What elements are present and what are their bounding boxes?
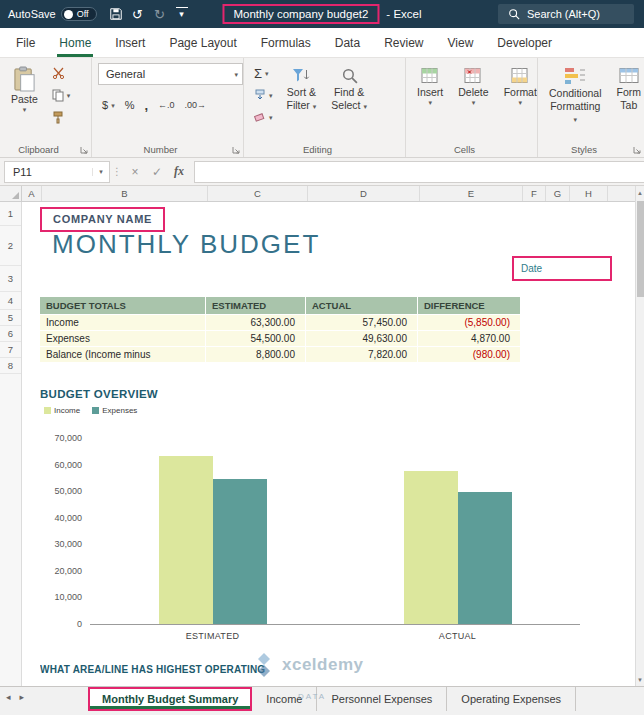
find-select-button[interactable]: Find & Select ▾ [326, 63, 372, 141]
column-header-e[interactable]: E [420, 186, 523, 201]
delete-cells-button[interactable]: Delete ▾ [453, 63, 493, 141]
sheet-tab-operating-expenses[interactable]: Operating Expenses [447, 687, 576, 711]
sheet-main-title[interactable]: MONTHLY BUDGET [52, 229, 320, 260]
column-header-d[interactable]: D [308, 186, 420, 201]
column-header-h[interactable]: H [570, 186, 608, 201]
save-icon[interactable] [105, 3, 127, 25]
row-header-8[interactable]: 8 [0, 358, 21, 374]
dropdown-icon: ▾ [574, 116, 578, 123]
enter-icon[interactable]: ✓ [146, 162, 168, 182]
redo-icon[interactable]: ↻ [149, 3, 171, 25]
difference-value-cell[interactable]: (980.00) [418, 347, 521, 363]
format-as-table-button[interactable]: Form Tab [612, 63, 644, 141]
increase-decimal-button[interactable]: ←.0 [154, 95, 179, 115]
bar-income-actual[interactable] [404, 471, 458, 624]
sheet-nav-right-icon[interactable]: ▸ [20, 692, 25, 702]
actual-value-cell[interactable]: 49,630.00 [306, 331, 418, 347]
number-dialog-launcher[interactable] [232, 146, 240, 154]
fill-button[interactable]: ▾ [250, 85, 277, 105]
comma-style-button[interactable]: , [140, 95, 152, 115]
name-box[interactable]: P11 ▾ [4, 161, 110, 183]
sort-filter-button[interactable]: Sort & Filter ▾ [282, 63, 322, 141]
select-all-corner[interactable] [0, 186, 22, 202]
bar-income-estimated[interactable] [159, 456, 213, 624]
search-box[interactable]: Search (Alt+Q) [498, 4, 634, 24]
menu-tab-formulas[interactable]: Formulas [249, 28, 323, 57]
row-header-1[interactable]: 1 [0, 202, 21, 226]
autosum-button[interactable]: Σ ▾ [250, 63, 277, 83]
grid-canvas[interactable]: COMPANY NAME MONTHLY BUDGET Date BUDGET … [22, 202, 635, 686]
column-header-g[interactable]: G [546, 186, 570, 201]
format-cells-button[interactable]: Format ▾ [499, 63, 538, 141]
budget-chart[interactable]: 70,00060,00050,00040,00030,00020,00010,0… [36, 438, 580, 625]
actual-value-cell[interactable]: 57,450.00 [306, 315, 418, 331]
row-header-6[interactable]: 6 [0, 326, 21, 342]
styles-dialog-launcher[interactable] [633, 146, 641, 154]
name-box-dropdown-icon[interactable]: ▾ [92, 168, 109, 176]
sheet-nav-left-icon[interactable]: ◂ [6, 692, 11, 702]
legend-item-income[interactable]: Income [44, 406, 80, 415]
cut-button[interactable] [48, 63, 75, 83]
row-label-cell[interactable]: Balance (Income minus [40, 347, 206, 363]
row-header-4[interactable]: 4 [0, 292, 21, 310]
quick-access-toolbar-dropdown-icon[interactable]: ▾ [171, 3, 193, 25]
formula-input[interactable] [194, 161, 644, 183]
undo-icon[interactable]: ↺ [127, 3, 149, 25]
decrease-decimal-button[interactable]: .00→ [181, 95, 211, 115]
accounting-format-button[interactable]: $ ▾ [98, 95, 119, 115]
column-header-f[interactable]: F [523, 186, 546, 201]
scroll-up-icon[interactable]: ▲ [637, 186, 643, 199]
clear-button[interactable]: ▾ [250, 107, 277, 127]
date-cell[interactable]: Date [512, 256, 612, 281]
sheet-tab-personnel-expenses[interactable]: Personnel Expenses [317, 687, 447, 711]
budget-table-header-cell[interactable]: ACTUAL [306, 297, 418, 315]
number-format-select[interactable]: General ▾ [98, 63, 243, 85]
scrollbar-thumb[interactable] [637, 201, 644, 297]
column-header-b[interactable]: B [42, 186, 208, 201]
row-header-3[interactable]: 3 [0, 266, 21, 292]
cancel-icon[interactable]: × [124, 162, 146, 182]
conditional-formatting-button[interactable]: Conditional Formatting ▾ [544, 63, 607, 141]
vertical-scrollbar[interactable]: ▲ ▼ [635, 186, 644, 686]
row-label-cell[interactable]: Income [40, 315, 206, 331]
insert-cells-button[interactable]: Insert ▾ [412, 63, 448, 141]
row-header-2[interactable]: 2 [0, 226, 21, 266]
budget-table-header-cell[interactable]: DIFFERENCE [418, 297, 521, 315]
estimated-value-cell[interactable]: 63,300.00 [206, 315, 306, 331]
bar-expenses-estimated[interactable] [213, 479, 267, 624]
clipboard-dialog-launcher[interactable] [80, 146, 88, 154]
menu-tab-review[interactable]: Review [372, 28, 435, 57]
row-header-5[interactable]: 5 [0, 310, 21, 326]
difference-value-cell[interactable]: (5,850.00) [418, 315, 521, 331]
column-header-a[interactable]: A [22, 186, 42, 201]
insert-function-icon[interactable]: fx [168, 162, 190, 182]
row-label-cell[interactable]: Expenses [40, 331, 206, 347]
conditional-formatting-icon [564, 66, 586, 86]
menu-tab-file[interactable]: File [4, 28, 47, 57]
menu-tab-data[interactable]: Data [323, 28, 372, 57]
menu-tab-home[interactable]: Home [47, 28, 103, 57]
autosave-toggle[interactable]: AutoSave Off [8, 7, 97, 21]
legend-item-expenses[interactable]: Expenses [92, 406, 137, 415]
sheet-tab-monthly-budget-summary[interactable]: Monthly Budget Summary [88, 687, 252, 711]
row-header-7[interactable]: 7 [0, 342, 21, 358]
sheet-tab-income[interactable]: Income [252, 687, 317, 711]
paste-button[interactable]: Paste ▾ [6, 63, 43, 141]
actual-value-cell[interactable]: 7,820.00 [306, 347, 418, 363]
bar-expenses-actual[interactable] [458, 492, 512, 624]
column-header-c[interactable]: C [208, 186, 308, 201]
budget-table-header-cell[interactable]: BUDGET TOTALS [40, 297, 206, 315]
estimated-value-cell[interactable]: 8,800.00 [206, 347, 306, 363]
menu-tab-page-layout[interactable]: Page Layout [157, 28, 248, 57]
budget-table-header-cell[interactable]: ESTIMATED [206, 297, 306, 315]
scroll-down-icon[interactable]: ▼ [637, 673, 643, 686]
menu-tab-view[interactable]: View [436, 28, 486, 57]
menu-tab-insert[interactable]: Insert [103, 28, 157, 57]
format-painter-button[interactable] [48, 107, 75, 127]
copy-button[interactable]: ▾ [48, 85, 75, 105]
estimated-value-cell[interactable]: 54,500.00 [206, 331, 306, 347]
difference-value-cell[interactable]: 4,870.00 [418, 331, 521, 347]
menu-tab-developer[interactable]: Developer [485, 28, 564, 57]
percent-style-button[interactable]: % [121, 95, 139, 115]
autosave-switch[interactable]: Off [61, 7, 97, 21]
